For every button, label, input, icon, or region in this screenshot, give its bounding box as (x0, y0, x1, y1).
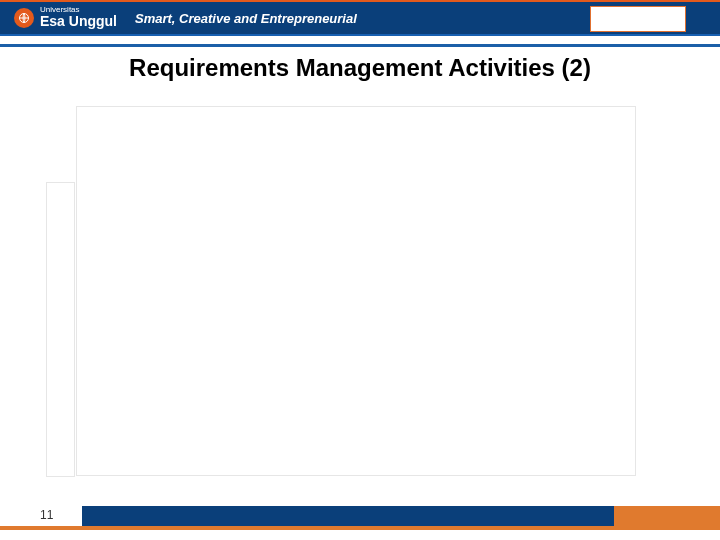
page-number: 11 (40, 508, 53, 522)
globe-icon (14, 8, 34, 28)
university-logo-block: Universitas Esa Unggul (0, 7, 117, 29)
header-divider (0, 44, 720, 47)
slide-title: Requirements Management Activities (2) (0, 54, 720, 82)
content-placeholder-main (76, 106, 636, 476)
header-band: Universitas Esa Unggul Smart, Creative a… (0, 0, 720, 36)
header-accent-box (590, 6, 686, 32)
content-placeholder-narrow (46, 182, 75, 477)
tagline: Smart, Creative and Entrepreneurial (135, 11, 357, 26)
footer-underline (0, 526, 720, 530)
university-name-text: Esa Unggul (40, 13, 117, 29)
footer-bar-orange (614, 506, 720, 526)
university-name: Universitas Esa Unggul (40, 7, 117, 29)
